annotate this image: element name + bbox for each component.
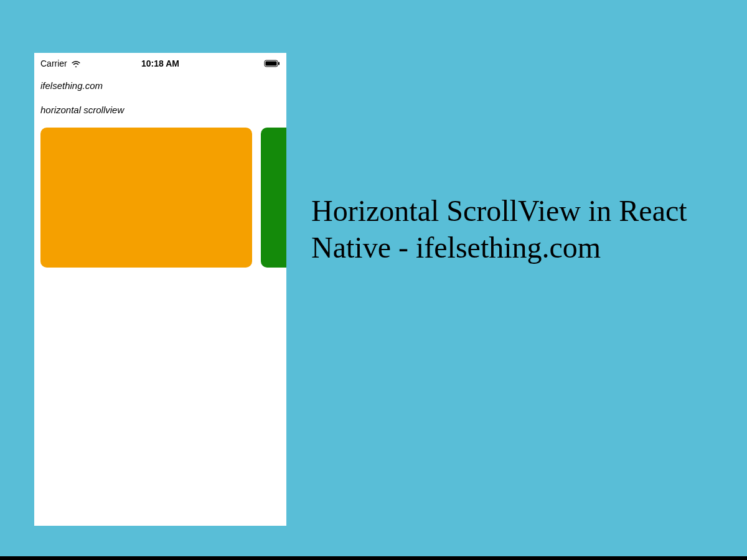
scroll-card <box>40 128 252 268</box>
canvas: Carrier 10:18 AM <box>0 0 747 556</box>
svg-rect-2 <box>278 62 280 65</box>
status-bar: Carrier 10:18 AM <box>34 53 286 72</box>
phone-mockup: Carrier 10:18 AM <box>34 53 286 526</box>
status-left: Carrier <box>40 58 81 68</box>
headline-text: Horizontal ScrollView in React Native - … <box>311 193 722 266</box>
status-time: 10:18 AM <box>141 58 179 68</box>
status-right <box>264 60 280 67</box>
svg-rect-1 <box>266 62 277 66</box>
horizontal-scrollview[interactable] <box>34 128 286 268</box>
carrier-label: Carrier <box>40 58 67 68</box>
battery-icon <box>264 60 280 67</box>
wifi-icon <box>71 60 81 67</box>
scroll-card <box>261 128 286 268</box>
subtitle-label: horizontal scrollview <box>34 91 286 115</box>
site-label: ifelsething.com <box>34 72 286 91</box>
